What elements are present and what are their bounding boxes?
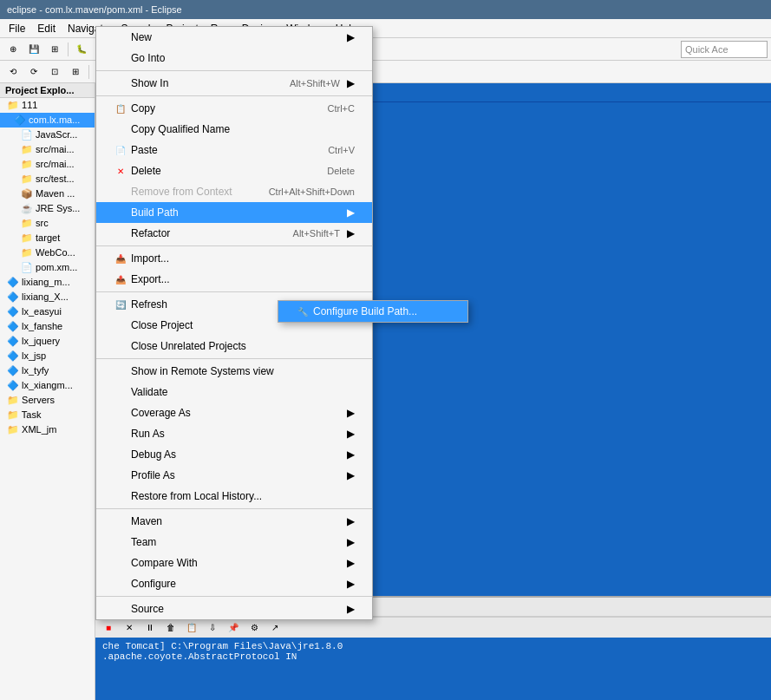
bottom-toolbar-btn-pause[interactable]: ⏸ — [140, 618, 160, 638]
ctx-label-33: Source — [131, 603, 340, 615]
ctx-item-profile-as[interactable]: Profile As▶ — [96, 465, 372, 486]
ctx-item-close-unrelated-projects[interactable]: Close Unrelated Projects — [96, 336, 372, 357]
ctx-item-export...[interactable]: 📤Export... — [96, 269, 372, 290]
ctx-item-go-into[interactable]: Go Into — [96, 48, 372, 69]
ctx-item-copy[interactable]: 📋CopyCtrl+C — [96, 98, 372, 119]
ctx-arrow-31: ▶ — [347, 578, 355, 590]
bottom-toolbar-btn-stop[interactable]: ■ — [99, 618, 118, 638]
ctx-icon-14: 📤 — [114, 272, 127, 286]
ctx-icon-1 — [114, 51, 127, 65]
toolbar-sep-1 — [68, 43, 69, 56]
ctx-arrow-33: ▶ — [347, 603, 355, 615]
sidebar-item-pomxml[interactable]: 📄 pom.xm... — [0, 260, 95, 275]
ctx-item-configure[interactable]: Configure▶ — [96, 573, 372, 594]
sidebar-item-lxjquery[interactable]: 🔷 lx_jquery — [0, 334, 95, 349]
ctx-label-8: Delete — [131, 165, 310, 177]
ctx-item-delete[interactable]: ✕DeleteDelete — [96, 160, 372, 181]
ctx-label-25: Profile As — [131, 469, 340, 481]
ctx-item-validate[interactable]: Validate — [96, 382, 372, 402]
submenu-item-configure-build-path[interactable]: 🔧 Configure Build Path... — [278, 301, 467, 322]
ctx-item-show-in-remote-systems-view[interactable]: Show in Remote Systems view — [96, 361, 372, 382]
sidebar-item-lxjsp[interactable]: 🔷 lx_jsp — [0, 349, 95, 363]
sidebar-item-lxfanshe[interactable]: 🔷 lx_fanshe — [0, 319, 95, 334]
ctx-sep-4 — [96, 95, 372, 96]
sidebar-item-servers[interactable]: 📁 Servers — [0, 393, 95, 408]
bottom-toolbar-btn-settings[interactable]: ⚙ — [245, 618, 264, 638]
toolbar2-btn-1[interactable]: ⟲ — [3, 62, 23, 82]
build-path-submenu: 🔧 Configure Build Path... — [278, 300, 468, 323]
sidebar-item-target[interactable]: 📁 target — [0, 231, 95, 245]
ctx-item-import...[interactable]: 📥Import... — [96, 248, 372, 269]
ctx-sep-12 — [96, 245, 372, 246]
ctx-arrow-28: ▶ — [347, 515, 355, 527]
ctx-item-restore-from-local-history...[interactable]: Restore from Local History... — [96, 486, 372, 507]
menu-file[interactable]: File — [3, 21, 30, 36]
toolbar2-btn-4[interactable]: ⊞ — [66, 62, 85, 82]
ctx-label-9: Remove from Context — [131, 186, 252, 198]
sidebar-item-task[interactable]: 📁 Task — [0, 408, 95, 422]
menu-edit[interactable]: Edit — [32, 21, 61, 36]
sidebar-item-webco[interactable]: 📁 WebCo... — [0, 245, 95, 260]
ctx-item-debug-as[interactable]: Debug As▶ — [96, 444, 372, 465]
ctx-arrow-10: ▶ — [347, 206, 355, 219]
quick-access-field[interactable]: Quick Ace — [681, 41, 768, 58]
ctx-item-paste[interactable]: 📄PasteCtrl+V — [96, 140, 372, 160]
toolbar-btn-save-all[interactable]: ⊞ — [45, 40, 64, 59]
bottom-toolbar-btn-pin[interactable]: 📌 — [224, 618, 243, 638]
ctx-icon-28 — [114, 514, 127, 528]
ctx-item-remove-from-context: Remove from ContextCtrl+Alt+Shift+Down — [96, 181, 372, 202]
ctx-item-source[interactable]: Source▶ — [96, 599, 372, 619]
bottom-content: che Tomcat] C:\Program Files\Java\jre1.8… — [95, 638, 771, 700]
ctx-item-new[interactable]: New▶ — [96, 27, 372, 48]
bottom-toolbar-btn-x[interactable]: ✕ — [120, 618, 139, 638]
ctx-item-copy-qualified-name[interactable]: Copy Qualified Name — [96, 119, 372, 140]
sidebar-item-maven[interactable]: 📦 Maven ... — [0, 186, 95, 201]
sidebar-item-javascr[interactable]: 📄 JavaScr... — [0, 128, 95, 142]
toolbar2-btn-2[interactable]: ⟳ — [24, 62, 43, 82]
ctx-icon-7: 📄 — [114, 143, 127, 157]
ctx-label-14: Export... — [131, 273, 355, 285]
toolbar-btn-debug[interactable]: 🐛 — [72, 40, 91, 59]
sidebar-item-111[interactable]: 📁 111 — [0, 98, 95, 113]
sidebar-item-lxxiangm[interactable]: 🔷 lx_xiangm... — [0, 378, 95, 393]
bottom-toolbar-btn-scroll[interactable]: ⇩ — [203, 618, 222, 638]
ctx-item-build-path[interactable]: Build Path▶ — [96, 202, 372, 223]
ctx-icon-20 — [114, 364, 127, 378]
ctx-shortcut-11: Alt+Shift+T — [293, 228, 340, 239]
ctx-item-run-as[interactable]: Run As▶ — [96, 423, 372, 444]
sidebar-item-src[interactable]: 📁 src — [0, 216, 95, 231]
sidebar-item-lxtyfy[interactable]: 🔷 lx_tyfy — [0, 363, 95, 378]
toolbar2-btn-3[interactable]: ⊡ — [45, 62, 64, 82]
sidebar-item-lxeasyui[interactable]: 🔷 lx_easyui — [0, 304, 95, 319]
ctx-label-21: Validate — [131, 386, 355, 398]
sidebar-item-srctest[interactable]: 📁 src/test... — [0, 172, 95, 186]
sidebar-item-srcmai2[interactable]: 📁 src/mai... — [0, 157, 95, 172]
ctx-icon-3 — [114, 76, 127, 90]
bottom-toolbar-btn-copy[interactable]: 📋 — [182, 618, 201, 638]
sidebar-item-comlxma[interactable]: 🔷 com.lx.ma... — [0, 113, 95, 128]
ctx-icon-30 — [114, 556, 127, 570]
ctx-sep-27 — [96, 508, 372, 509]
ctx-icon-13: 📥 — [114, 252, 127, 265]
sidebar-item-lixiangm[interactable]: 🔷 lixiang_m... — [0, 275, 95, 290]
ctx-label-6: Copy Qualified Name — [131, 123, 355, 135]
ctx-item-maven[interactable]: Maven▶ — [96, 511, 372, 532]
sidebar-item-srcmai1[interactable]: 📁 src/mai... — [0, 142, 95, 157]
ctx-icon-6 — [114, 122, 127, 136]
ctx-item-coverage-as[interactable]: Coverage As▶ — [96, 402, 372, 423]
ctx-label-5: Copy — [131, 102, 310, 114]
ctx-item-team[interactable]: Team▶ — [96, 532, 372, 553]
sidebar-item-jre[interactable]: ☕ JRE Sys... — [0, 201, 95, 216]
bottom-toolbar-btn-clear[interactable]: 🗑 — [161, 618, 180, 638]
toolbar-btn-save[interactable]: 💾 — [24, 40, 43, 59]
ctx-item-refactor[interactable]: RefactorAlt+Shift+T▶ — [96, 223, 372, 244]
ctx-label-22: Coverage As — [131, 407, 340, 419]
toolbar-btn-new[interactable]: ⊕ — [3, 40, 23, 59]
ctx-sep-2 — [96, 70, 372, 71]
bottom-toolbar-btn-open[interactable]: ↗ — [265, 618, 284, 638]
sidebar-item-xmljm[interactable]: 📁 XML_jm — [0, 422, 95, 437]
ctx-label-1: Go Into — [131, 52, 355, 64]
ctx-item-show-in[interactable]: Show InAlt+Shift+W▶ — [96, 73, 372, 94]
ctx-item-compare-with[interactable]: Compare With▶ — [96, 553, 372, 573]
sidebar-item-lixiangx[interactable]: 🔷 lixiang_X... — [0, 290, 95, 304]
